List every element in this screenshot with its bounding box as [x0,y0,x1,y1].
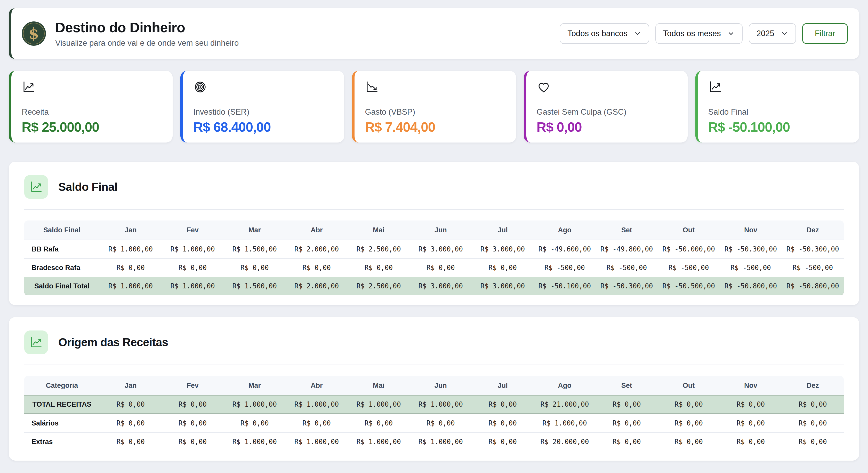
month-column-header: Out [658,220,720,240]
amount-cell: R$ 3.000,00 [410,240,472,258]
amount-cell: R$ 1.000,00 [347,395,409,414]
month-column-header: Jun [410,376,472,395]
amount-cell: R$ 2.500,00 [347,277,409,295]
amount-cell: R$ 0,00 [410,258,472,277]
amount-cell: R$ 0,00 [224,414,286,432]
month-column-header: Ago [534,376,595,395]
chevron-down-icon [780,30,788,37]
table-first-col-header: Saldo Final [24,220,100,240]
section-header: Origem das Receitas [24,330,844,354]
stat-card-value: R$ 7.404,00 [365,119,505,135]
amount-cell: R$ -500,00 [596,258,658,277]
amount-cell: R$ 0,00 [161,414,223,432]
table-header-row: Saldo FinalJanFevMarAbrMaiJunJulAgoSetOu… [24,220,844,240]
amount-cell: R$ 1.000,00 [534,414,595,432]
amount-cell: R$ 1.000,00 [410,432,472,451]
amount-cell: R$ -50.500,00 [658,277,720,295]
amount-cell: R$ 0,00 [596,414,658,432]
amount-cell: R$ 1.500,00 [224,240,286,258]
month-column-header: Jul [472,220,534,240]
amount-cell: R$ 0,00 [161,258,223,277]
monthly-table: CategoriaJanFevMarAbrMaiJunJulAgoSetOutN… [24,376,844,451]
amount-cell: R$ 0,00 [782,432,844,451]
page-title: Destino do Dinheiro [55,19,239,35]
section-card: Saldo FinalSaldo FinalJanFevMarAbrMaiJun… [9,161,859,305]
amount-cell: R$ 0,00 [286,414,347,432]
month-column-header: Fev [161,376,223,395]
table-row: SaláriosR$ 0,00R$ 0,00R$ 0,00R$ 0,00R$ 0… [24,414,844,432]
table-row: Saldo Final TotalR$ 1.000,00R$ 1.000,00R… [24,277,844,295]
month-column-header: Jan [100,220,161,240]
amount-cell: R$ 0,00 [100,395,161,414]
amount-cell: R$ -49.600,00 [534,240,595,258]
stat-card: Gasto (VBSP)R$ 7.404,00 [352,71,516,143]
row-label: Bradesco Rafa [24,258,100,277]
amount-cell: R$ -50.300,00 [596,277,658,295]
row-label: Salários [24,414,100,432]
month-column-header: Dez [782,376,844,395]
amount-cell: R$ -500,00 [534,258,595,277]
stat-cards-row: ReceitaR$ 25.000,00Investido (SER)R$ 68.… [9,71,859,143]
month-column-header: Jul [472,376,534,395]
stat-card-value: R$ 68.400,00 [193,119,334,135]
month-column-header: Out [658,376,720,395]
amount-cell: R$ 1.000,00 [100,240,161,258]
amount-cell: R$ -50.800,00 [720,277,781,295]
section-header: Saldo Final [24,175,844,199]
chart-up-icon [24,175,48,199]
table-header-row: CategoriaJanFevMarAbrMaiJunJulAgoSetOutN… [24,376,844,395]
month-column-header: Jun [410,220,472,240]
month-column-header: Mar [224,220,286,240]
bank-filter-select[interactable]: Todos os bancos [560,23,649,44]
amount-cell: R$ 1.000,00 [161,240,223,258]
table-row: ExtrasR$ 0,00R$ 0,00R$ 1.000,00R$ 1.000,… [24,432,844,451]
amount-cell: R$ 3.000,00 [472,240,534,258]
amount-cell: R$ 0,00 [720,432,781,451]
amount-cell: R$ 1.000,00 [410,395,472,414]
section-title: Saldo Final [58,180,117,194]
month-column-header: Nov [720,376,781,395]
amount-cell: R$ 0,00 [161,432,223,451]
amount-cell: R$ 1.000,00 [100,277,161,295]
amount-cell: R$ -500,00 [720,258,781,277]
amount-cell: R$ 0,00 [161,395,223,414]
amount-cell: R$ 0,00 [658,414,720,432]
month-column-header: Mai [347,220,409,240]
stat-card-value: R$ 0,00 [537,119,677,135]
year-filter-select[interactable]: 2025 [749,23,796,44]
amount-cell: R$ 1.000,00 [224,395,286,414]
chart-down-icon [365,80,379,94]
filter-button[interactable]: Filtrar [802,23,848,44]
amount-cell: R$ 0,00 [782,414,844,432]
monthly-table: Saldo FinalJanFevMarAbrMaiJunJulAgoSetOu… [24,220,844,295]
heart-icon [537,80,551,94]
stat-card: ReceitaR$ 25.000,00 [9,71,173,143]
amount-cell: R$ 0,00 [472,258,534,277]
stat-card-label: Receita [22,108,162,117]
chart-up-icon [24,330,48,354]
amount-cell: R$ 0,00 [100,258,161,277]
section-title: Origem das Receitas [58,336,168,349]
amount-cell: R$ 3.000,00 [410,277,472,295]
row-label: BB Rafa [24,240,100,258]
amount-cell: R$ 0,00 [596,432,658,451]
month-column-header: Abr [286,376,347,395]
dollar-logo-icon: $ [29,25,39,42]
stat-card-label: Investido (SER) [193,108,334,117]
month-filter-select[interactable]: Todos os meses [655,23,743,44]
month-filter-value: Todos os meses [663,29,721,38]
table-first-col-header: Categoria [24,376,100,395]
amount-cell: R$ -50.000,00 [658,240,720,258]
month-column-header: Nov [720,220,781,240]
month-column-header: Jan [100,376,161,395]
stat-card-value: R$ 25.000,00 [22,119,162,135]
stat-card: Saldo FinalR$ -50.100,00 [695,71,859,143]
amount-cell: R$ 20.000,00 [534,432,595,451]
amount-cell: R$ 0,00 [347,258,409,277]
month-column-header: Set [596,376,658,395]
amount-cell: R$ -50.800,00 [782,277,844,295]
amount-cell: R$ 0,00 [410,414,472,432]
month-column-header: Set [596,220,658,240]
amount-cell: R$ 0,00 [347,414,409,432]
bank-filter-value: Todos os bancos [567,29,627,38]
